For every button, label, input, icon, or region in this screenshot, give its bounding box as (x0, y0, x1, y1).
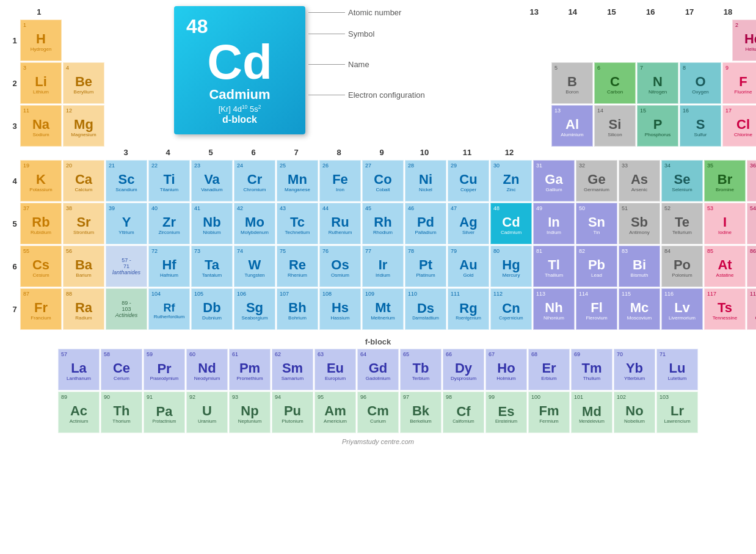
element-Rg[interactable]: 111 Rg Roentgenium (448, 288, 489, 330)
element-Fr[interactable]: 87 Fr Francium (20, 288, 62, 330)
element-Re[interactable]: 75 Re Rhenium (277, 246, 318, 287)
element-Ta[interactable]: 73 Ta Tantalum (191, 246, 233, 287)
element-Xe[interactable]: 54 Xe Xenon (747, 203, 756, 244)
element-Db[interactable]: 105 Db Dubnium (191, 288, 233, 330)
element-Po[interactable]: 84 Po Polonium (661, 246, 703, 287)
element-Tb[interactable]: 65 Tb Terbium (400, 349, 442, 390)
element-Cn[interactable]: 112 Cn Copernicium (490, 288, 532, 330)
element-Ru[interactable]: 44 Ru Ruthenium (319, 203, 361, 244)
element-Mn[interactable]: 25 Mn Manganese (277, 160, 318, 202)
element-Al[interactable]: 13 Al Aluminium (551, 105, 593, 147)
element-Th[interactable]: 90 Th Thorium (101, 392, 142, 433)
element-Rn[interactable]: 86 Rn Radon (747, 246, 756, 287)
element-Zr[interactable]: 40 Zr Zirconium (148, 203, 190, 244)
element-N[interactable]: 7 N Nitrogen (637, 62, 678, 104)
element-As[interactable]: 33 As Arsenic (619, 160, 660, 202)
element-No[interactable]: 102 No Nobelium (614, 392, 655, 433)
element-Mt[interactable]: 109 Mt Meitnerium (362, 288, 404, 330)
element-Dy[interactable]: 66 Dy Dysprosium (443, 349, 484, 390)
element-F[interactable]: 9 F Fluorine (722, 62, 756, 104)
element-Pd[interactable]: 46 Pd Palladium (405, 203, 446, 244)
element-Nh[interactable]: 113 Nh Nihonium (533, 288, 575, 330)
element-Cl[interactable]: 17 Cl Chlorine (722, 105, 756, 147)
element-I[interactable]: 53 I Iodine (704, 203, 746, 244)
element-Am[interactable]: 95 Am Americium (314, 392, 356, 433)
element-Se[interactable]: 34 Se Selenium (661, 160, 703, 202)
element-Te[interactable]: 52 Te Tellurium (661, 203, 703, 244)
element-Kr[interactable]: 36 Kr Krypton (747, 160, 756, 202)
element-Fl[interactable]: 114 Fl Flerovium (576, 288, 617, 330)
element-Ti[interactable]: 22 Ti Titanium (148, 160, 190, 202)
element-Pb[interactable]: 82 Pb Lead (576, 246, 617, 287)
element-Og[interactable]: 118 Og Oganesson (747, 288, 756, 330)
element-Sm[interactable]: 62 Sm Samarium (272, 349, 313, 390)
element-Li[interactable]: 3 Li Lithium (20, 62, 62, 104)
element-Er[interactable]: 68 Er Erbium (528, 349, 570, 390)
element-Si[interactable]: 14 Si Silicon (594, 105, 636, 147)
element-Sc[interactable]: 21 Sc Scandium (106, 160, 147, 202)
element-Cu[interactable]: 29 Cu Copper (448, 160, 489, 202)
element-Ra[interactable]: 88 Ra Radium (63, 288, 104, 330)
element-Ag[interactable]: 47 Ag Silver (448, 203, 489, 244)
element-H[interactable]: 1 H Hydrogen (20, 20, 62, 61)
element-Es[interactable]: 99 Es Einsteinium (485, 392, 527, 433)
element-Sb[interactable]: 51 Sb Antimony (619, 203, 660, 244)
element-Ni[interactable]: 28 Ni Nickel (405, 160, 446, 202)
element-Rf[interactable]: 104 Rf Rutherfordium (148, 288, 190, 330)
element-He[interactable]: 2 He Helium (732, 20, 756, 61)
element-K[interactable]: 19 K Potassium (20, 160, 62, 202)
element-Rh[interactable]: 45 Rh Rhodium (362, 203, 404, 244)
element-Mc[interactable]: 115 Mc Moscovium (619, 288, 660, 330)
element-P[interactable]: 15 P Phosphorus (637, 105, 678, 147)
element-U[interactable]: 92 U Uranium (186, 392, 228, 433)
element-Bh[interactable]: 107 Bh Bohrium (277, 288, 318, 330)
element-Y[interactable]: 39 Y Yttrium (106, 203, 147, 244)
element-Ca[interactable]: 20 Ca Calcium (63, 160, 104, 202)
element-Cs[interactable]: 55 Cs Cesium (20, 246, 62, 287)
element-Eu[interactable]: 63 Eu Europium (314, 349, 356, 390)
element-Lu[interactable]: 71 Lu Lutetium (656, 349, 698, 390)
element-At[interactable]: 85 At Astatine (704, 246, 746, 287)
element-Ho[interactable]: 67 Ho Holmium (485, 349, 527, 390)
element-V[interactable]: 23 Va Vanadium (191, 160, 233, 202)
element-B[interactable]: 5 B Boron (551, 62, 593, 104)
element-Ir[interactable]: 77 Ir Iridium (362, 246, 404, 287)
element-Sr[interactable]: 38 Sr Strontium (63, 203, 104, 244)
element-C[interactable]: 6 C Carbon (594, 62, 636, 104)
element-Ds[interactable]: 110 Ds Darmstadtium (405, 288, 446, 330)
element-Au[interactable]: 79 Au Gold (448, 246, 489, 287)
element-Be[interactable]: 4 Be Beryllium (63, 62, 104, 104)
element-Co[interactable]: 27 Co Cobalt (362, 160, 404, 202)
element-Hg[interactable]: 80 Hg Mercury (490, 246, 532, 287)
element-Pm[interactable]: 61 Pm Promethium (229, 349, 271, 390)
element-W[interactable]: 74 W Tungsten (234, 246, 275, 287)
element-Pr[interactable]: 59 Pr Praseodymium (144, 349, 185, 390)
element-O[interactable]: 8 O Oxygen (680, 62, 721, 104)
element-Tc[interactable]: 43 Tc Technetium (277, 203, 318, 244)
element-Fe[interactable]: 26 Fe Iron (319, 160, 361, 202)
element-Ac[interactable]: 89 Ac Actinium (58, 392, 100, 433)
element-Rb[interactable]: 37 Rb Rubidium (20, 203, 62, 244)
element-S[interactable]: 16 S Sulfur (680, 105, 721, 147)
element-Ga[interactable]: 31 Ga Gallium (533, 160, 575, 202)
element-Cm[interactable]: 96 Cm Curium (357, 392, 399, 433)
element-Bi[interactable]: 83 Bi Bismuth (619, 246, 660, 287)
element-Cr[interactable]: 24 Cr Chromium (234, 160, 275, 202)
element-Br[interactable]: 35 Br Bromine (704, 160, 746, 202)
element-Np[interactable]: 93 Np Neptunium (229, 392, 271, 433)
element-Cd-table[interactable]: 48 Cd Cadmium (490, 203, 532, 244)
element-Bk[interactable]: 97 Bk Berkelium (400, 392, 442, 433)
element-Hf[interactable]: 72 Hf Hafnium (148, 246, 190, 287)
element-Hs[interactable]: 108 Hs Hassium (319, 288, 361, 330)
element-Pt[interactable]: 78 Pt Platinum (405, 246, 446, 287)
element-La[interactable]: 57 La Lanthanum (58, 349, 100, 390)
element-Mg[interactable]: 12 Mg Magnesium (63, 105, 104, 147)
element-Yb[interactable]: 70 Yb Ytterbium (614, 349, 655, 390)
element-Tl[interactable]: 81 Tl Thallium (533, 246, 575, 287)
element-Fm[interactable]: 100 Fm Fermium (528, 392, 570, 433)
element-Ba[interactable]: 56 Ba Barium (63, 246, 104, 287)
element-Lr[interactable]: 103 Lr Lawrencium (656, 392, 698, 433)
element-Os[interactable]: 76 Os Osmium (319, 246, 361, 287)
element-Ts[interactable]: 117 Ts Tennessine (704, 288, 746, 330)
element-Md[interactable]: 101 Md Mendelevium (571, 392, 612, 433)
